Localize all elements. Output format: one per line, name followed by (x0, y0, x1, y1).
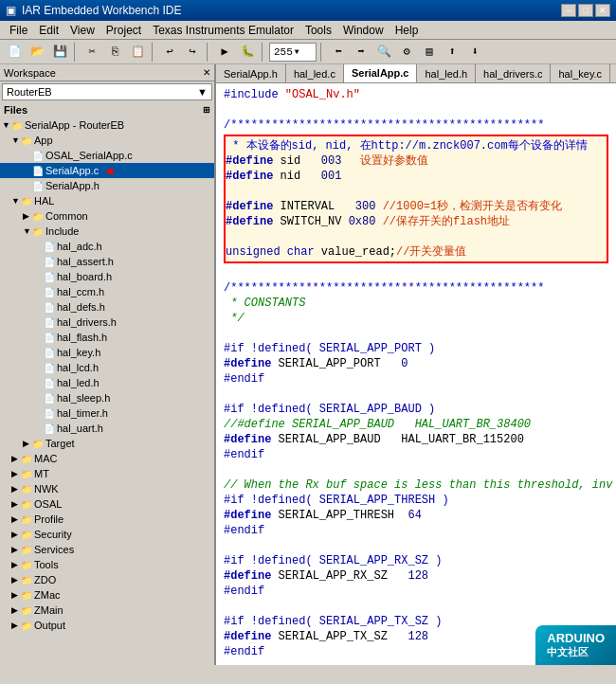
tree-hal-assert[interactable]: 📄 hal_assert.h (0, 254, 214, 269)
tree-hal-sleep[interactable]: 📄 hal_sleep.h (0, 390, 214, 405)
tree-zdo-folder[interactable]: ▶ 📁 ZDO (0, 572, 214, 587)
target-toggle[interactable]: ▶ (23, 439, 32, 448)
mac-toggle[interactable]: ▶ (11, 454, 21, 463)
nwk-toggle[interactable]: ▶ (11, 484, 21, 494)
define-rx-sz-keyword: #define (224, 568, 271, 584)
minimize-button[interactable]: ─ (561, 4, 576, 17)
tools-toggle[interactable]: ▶ (11, 560, 21, 569)
tab-hal-key-c[interactable]: hal_key.c (551, 64, 610, 83)
files-options-button[interactable]: ⊞ (203, 105, 210, 115)
tree-nwk-folder[interactable]: ▶ 📁 NWK (0, 481, 214, 496)
window-controls: ─ □ ✕ (561, 4, 610, 17)
tree-hal-defs[interactable]: 📄 hal_defs.h (0, 299, 214, 315)
open-button[interactable]: 📂 (27, 43, 47, 62)
tree-hal-adc[interactable]: 📄 hal_adc.h (0, 239, 214, 254)
tree-app-folder[interactable]: ▼ 📁 App (0, 133, 214, 148)
btn-7[interactable]: ⬇ (464, 43, 485, 62)
tab-hal-key-dot[interactable]: hal_key. (610, 64, 616, 83)
btn-2[interactable]: ➡ (351, 43, 371, 62)
app-toggle[interactable]: ▼ (11, 135, 21, 145)
tree-hal-led[interactable]: 📄 hal_led.h (0, 375, 214, 390)
tree-common-folder[interactable]: ▶ 📁 Common (0, 208, 214, 224)
profile-toggle[interactable]: ▶ (11, 514, 21, 524)
tree-services-folder[interactable]: ▶ 📁 Services (0, 542, 214, 557)
services-toggle[interactable]: ▶ (11, 545, 21, 554)
workspace-close-button[interactable]: ✕ (203, 67, 210, 78)
btn-4[interactable]: ⚙ (396, 43, 417, 62)
hal-toggle[interactable]: ▼ (11, 196, 21, 206)
btn-3[interactable]: 🔍 (373, 43, 394, 62)
common-toggle[interactable]: ▶ (23, 211, 32, 221)
maximize-button[interactable]: □ (578, 4, 593, 17)
menu-help[interactable]: Help (390, 22, 425, 39)
tree-hal-lcd[interactable]: 📄 hal_lcd.h (0, 360, 214, 375)
tree-security-folder[interactable]: ▶ 📁 Security (0, 527, 214, 542)
undo-button[interactable]: ↩ (159, 43, 180, 62)
tree-mt-folder[interactable]: ▶ 📁 MT (0, 466, 214, 481)
zmain-toggle[interactable]: ▶ (11, 605, 21, 615)
tree-hal-key[interactable]: 📄 hal_key.h (0, 345, 214, 360)
security-toggle[interactable]: ▶ (11, 530, 21, 539)
tree-hal-ccm[interactable]: 📄 hal_ccm.h (0, 284, 214, 299)
cut-button[interactable]: ✂ (82, 43, 102, 62)
menu-tools[interactable]: Tools (299, 22, 337, 39)
build-button[interactable]: ▶ (214, 43, 235, 62)
tab-hal-drivers-c[interactable]: hal_drivers.c (476, 64, 551, 83)
tree-profile-folder[interactable]: ▶ 📁 Profile (0, 512, 214, 527)
btn-1[interactable]: ⬅ (328, 43, 349, 62)
menu-file[interactable]: File (4, 22, 33, 39)
project-dropdown[interactable]: RouterEB ▼ (2, 83, 212, 100)
hal-uart-label: hal_uart.h (57, 423, 103, 434)
tab-serialapp-h[interactable]: SerialApp.h (216, 64, 286, 83)
tree-hal-timer[interactable]: 📄 hal_timer.h (0, 405, 214, 421)
tree-tools-folder[interactable]: ▶ 📁 Tools (0, 557, 214, 572)
paste-button[interactable]: 📋 (127, 43, 148, 62)
tab-hal-led-h[interactable]: hal_led.h (417, 64, 476, 83)
zdo-folder-icon: 📁 (21, 575, 32, 585)
root-toggle[interactable]: ▼ (2, 120, 11, 130)
tree-osal-file[interactable]: 📄 OSAL_SerialApp.c (0, 148, 214, 163)
copy-button[interactable]: ⎘ (104, 43, 125, 62)
zdo-toggle[interactable]: ▶ (11, 575, 21, 585)
code-comment-stars-1: /***************************************… (224, 117, 608, 133)
osal-toggle[interactable]: ▶ (11, 499, 21, 509)
save-button[interactable]: 💾 (49, 43, 70, 62)
define-thresh-val: 64 (408, 508, 421, 523)
btn-6[interactable]: ⬆ (442, 43, 462, 62)
tree-hal-flash[interactable]: 📄 hal_flash.h (0, 330, 214, 345)
menu-ti-emulator[interactable]: Texas Instruments Emulator (147, 22, 299, 39)
menu-window[interactable]: Window (337, 22, 390, 39)
code-editor[interactable]: #include "OSAL_Nv.h" /******************… (216, 83, 616, 665)
tree-serialapp-c[interactable]: 📄 SerialApp.c ◄ (0, 163, 214, 178)
tree-hal-board[interactable]: 📄 hal_board.h (0, 269, 214, 284)
tree-zmac-folder[interactable]: ▶ 📁 ZMac (0, 587, 214, 603)
menu-edit[interactable]: Edit (33, 22, 64, 39)
tree-include-folder[interactable]: ▼ 📁 Include (0, 224, 214, 239)
tab-serialapp-c[interactable]: SerialApp.c (344, 64, 418, 83)
include-toggle[interactable]: ▼ (23, 226, 32, 236)
output-toggle[interactable]: ▶ (11, 621, 21, 630)
menu-view[interactable]: View (64, 22, 100, 39)
hal-assert-label: hal_assert.h (57, 256, 114, 267)
tree-serialapp-h[interactable]: 📄 SerialApp.h (0, 178, 214, 193)
new-button[interactable]: 📄 (4, 43, 25, 62)
tree-osal-folder[interactable]: ▶ 📁 OSAL (0, 496, 214, 512)
tree-hal-folder[interactable]: ▼ 📁 HAL (0, 193, 214, 208)
mt-toggle[interactable]: ▶ (11, 469, 21, 478)
close-button[interactable]: ✕ (595, 4, 610, 17)
tree-output-folder[interactable]: ▶ 📁 Output (0, 618, 214, 633)
tree-hal-uart[interactable]: 📄 hal_uart.h (0, 421, 214, 436)
tab-hal-led-c[interactable]: hal_led.c (286, 64, 344, 83)
debug-button[interactable]: 🐛 (237, 43, 258, 62)
tree-mac-folder[interactable]: ▶ 📁 MAC (0, 451, 214, 466)
zoom-dropdown[interactable]: 255 ▼ (269, 43, 317, 62)
redo-button[interactable]: ↪ (182, 43, 203, 62)
tree-hal-drivers[interactable]: 📄 hal_drivers.h (0, 315, 214, 330)
files-header: Files ⊞ (0, 102, 214, 117)
btn-5[interactable]: ▤ (419, 43, 440, 62)
tree-root[interactable]: ▼ 📁 SerialApp - RouterEB (0, 117, 214, 133)
zmac-toggle[interactable]: ▶ (11, 590, 21, 600)
menu-project[interactable]: Project (100, 22, 147, 39)
tree-target-folder[interactable]: ▶ 📁 Target (0, 436, 214, 451)
tree-zmain-folder[interactable]: ▶ 📁 ZMain (0, 603, 214, 618)
